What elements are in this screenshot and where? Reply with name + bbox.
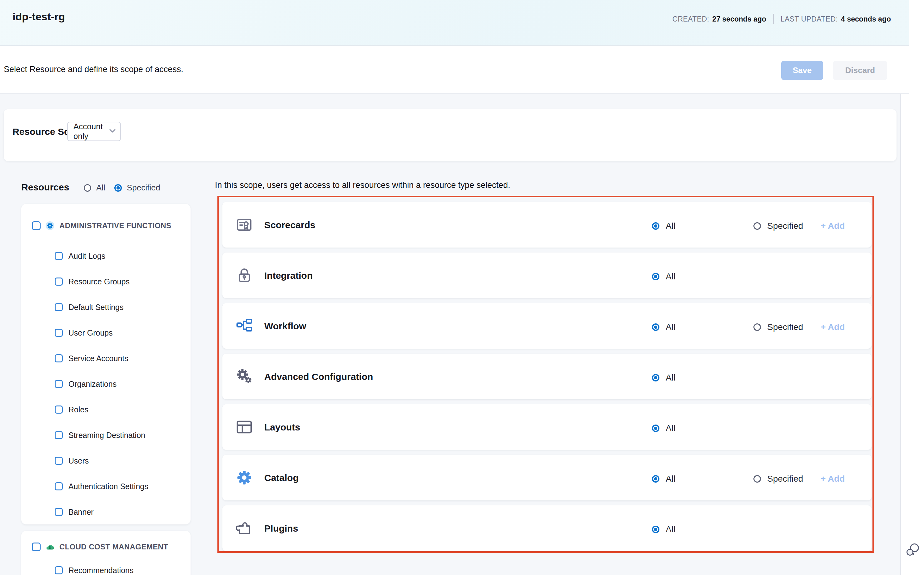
resource-item-row: Streaming Destination <box>21 423 191 448</box>
item-checkbox[interactable] <box>55 252 63 260</box>
all-option[interactable]: All <box>652 221 675 231</box>
specified-radio-label: Specified <box>767 221 803 231</box>
specified-option[interactable]: Specified <box>754 474 803 484</box>
resource-item-row: Audit Logs <box>21 243 191 269</box>
item-checkbox[interactable] <box>55 508 63 516</box>
item-checkbox[interactable] <box>55 405 63 414</box>
all-radio-label: All <box>666 322 675 332</box>
resource-type-row-layouts: LayoutsAll <box>222 404 871 450</box>
specified-radio[interactable] <box>754 475 761 483</box>
resources-specified-option[interactable]: Specified <box>114 183 160 192</box>
item-checkbox[interactable] <box>55 303 63 311</box>
specified-option[interactable]: Specified <box>754 322 803 332</box>
created-label: CREATED: <box>672 15 709 24</box>
group-checkbox[interactable] <box>32 221 41 230</box>
item-label: Roles <box>69 405 88 414</box>
all-radio[interactable] <box>652 526 660 533</box>
resource-item-row: Organizations <box>21 371 191 397</box>
resource-group-row: $CLOUD COST MANAGEMENT <box>21 538 191 556</box>
all-option[interactable]: All <box>652 322 675 332</box>
item-label: Audit Logs <box>69 252 105 260</box>
all-option[interactable]: All <box>652 423 675 433</box>
resource-item-row: Recommendations <box>21 558 191 575</box>
resource-item-row: Resource Groups <box>21 269 191 294</box>
item-checkbox[interactable] <box>55 482 63 491</box>
scope-access-description: In this scope, users get access to all r… <box>215 180 510 190</box>
all-option[interactable]: All <box>652 524 675 534</box>
all-radio[interactable] <box>652 475 660 483</box>
toolbar: Select Resource and define its scope of … <box>0 46 909 94</box>
resource-item-row: Roles <box>21 397 191 423</box>
item-checkbox[interactable] <box>55 380 63 388</box>
resource-item-row: Default Settings <box>21 294 191 320</box>
puzzle-icon <box>236 520 252 536</box>
add-button[interactable]: + Add <box>820 221 845 231</box>
resources-title: Resources <box>21 182 69 192</box>
save-button[interactable]: Save <box>781 61 823 80</box>
resource-type-label: Plugins <box>264 523 298 534</box>
all-radio-label: All <box>666 272 675 281</box>
item-checkbox[interactable] <box>55 278 63 286</box>
all-radio[interactable] <box>652 222 660 230</box>
specified-radio[interactable] <box>754 323 761 331</box>
all-radio[interactable] <box>652 273 660 280</box>
resource-type-row-plugins: PluginsAll <box>222 505 871 551</box>
resource-type-row-integration: IntegrationAll <box>222 253 871 298</box>
resource-type-row-catalog: CatalogAllSpecified+ Add <box>222 455 871 500</box>
item-label: Organizations <box>69 380 116 389</box>
specified-radio[interactable] <box>754 222 761 230</box>
item-checkbox[interactable] <box>55 566 63 574</box>
specified-option[interactable]: Specified <box>754 221 803 231</box>
workflow-icon <box>236 318 252 334</box>
admin-gear-badge-icon <box>46 221 54 230</box>
lock-icon <box>236 267 252 283</box>
created-pair: CREATED: 27 seconds ago <box>672 15 766 24</box>
item-checkbox[interactable] <box>55 431 63 439</box>
resource-type-label: Catalog <box>264 473 299 483</box>
resource-item-row: Banner <box>21 499 191 525</box>
catalog-gear-icon <box>236 470 252 486</box>
resource-item-row: Service Accounts <box>21 346 191 371</box>
group-label: ADMINISTRATIVE FUNCTIONS <box>59 221 171 230</box>
discard-button[interactable]: Discard <box>833 61 887 80</box>
resource-scope-dropdown[interactable]: Account only <box>67 122 121 141</box>
resource-type-label: Scorecards <box>264 220 315 230</box>
all-radio[interactable] <box>652 323 660 331</box>
all-option[interactable]: All <box>652 373 675 383</box>
item-checkbox[interactable] <box>55 329 63 337</box>
resource-types-highlight-box: ScorecardsAllSpecified+ AddIntegrationAl… <box>217 196 874 553</box>
all-radio-label: All <box>96 183 105 192</box>
resource-group-row: ADMINISTRATIVE FUNCTIONS <box>21 217 191 234</box>
resource-type-label: Workflow <box>264 321 306 332</box>
resources-all-option[interactable]: All <box>84 183 105 192</box>
resources-header: Resources All Specified <box>21 179 191 195</box>
item-checkbox[interactable] <box>55 354 63 362</box>
resource-type-label: Advanced Configuration <box>264 372 373 382</box>
all-option[interactable]: All <box>652 474 675 484</box>
layout-icon <box>236 419 252 435</box>
meta-divider <box>773 14 774 24</box>
toolbar-description: Select Resource and define its scope of … <box>4 65 183 74</box>
all-radio[interactable] <box>652 374 660 381</box>
item-label: Streaming Destination <box>69 431 145 440</box>
group-checkbox[interactable] <box>32 543 41 551</box>
all-option[interactable]: All <box>652 272 675 281</box>
item-checkbox[interactable] <box>55 457 63 465</box>
item-label: User Groups <box>69 329 113 337</box>
specified-radio-label: Specified <box>767 322 803 332</box>
item-label: Authentication Settings <box>69 482 148 491</box>
all-radio[interactable] <box>652 424 660 432</box>
updated-pair: LAST UPDATED: 4 seconds ago <box>781 15 891 24</box>
scorecards-icon <box>236 217 252 233</box>
resource-item-row: Authentication Settings <box>21 473 191 499</box>
resource-type-label: Integration <box>264 270 313 281</box>
all-radio-label: All <box>666 373 675 383</box>
item-label: Service Accounts <box>69 354 128 363</box>
specified-radio[interactable] <box>114 184 122 192</box>
all-radio[interactable] <box>84 184 91 192</box>
page-title: idp-test-rg <box>13 11 65 23</box>
add-button[interactable]: + Add <box>820 474 845 484</box>
add-button[interactable]: + Add <box>820 322 845 332</box>
all-radio-label: All <box>666 221 675 231</box>
chat-support-icon[interactable] <box>905 542 921 557</box>
